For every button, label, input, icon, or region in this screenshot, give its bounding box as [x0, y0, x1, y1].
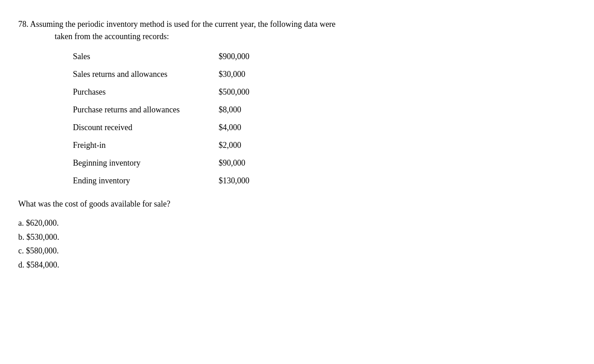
data-row-label: Sales [73, 52, 219, 61]
data-row-value: $8,000 [219, 105, 264, 115]
question-container: 78. Assuming the periodic inventory meth… [18, 14, 565, 272]
question-header: 78. Assuming the periodic inventory meth… [18, 18, 565, 43]
data-row-value: $30,000 [219, 70, 264, 79]
question-number: 78. [18, 20, 29, 29]
data-row-value: $4,000 [219, 123, 264, 132]
header-line2: taken from the accounting records: [55, 32, 169, 41]
data-row-label: Ending inventory [73, 176, 219, 186]
data-row: Sales$900,000 [73, 52, 565, 61]
data-row: Beginning inventory$90,000 [73, 158, 565, 168]
data-row-label: Freight-in [73, 141, 219, 150]
data-row-value: $130,000 [219, 176, 264, 186]
data-row-label: Sales returns and allowances [73, 70, 219, 79]
data-row: Discount received$4,000 [73, 123, 565, 132]
header-line1: Assuming the periodic inventory method i… [30, 20, 336, 29]
data-row: Freight-in$2,000 [73, 141, 565, 150]
answer-choice: a. $620,000. [18, 216, 565, 230]
data-row: Purchases$500,000 [73, 87, 565, 97]
answer-choice: c. $580,000. [18, 244, 565, 258]
data-row: Sales returns and allowances$30,000 [73, 70, 565, 79]
data-row-label: Beginning inventory [73, 158, 219, 168]
answer-choice: b. $530,000. [18, 230, 565, 244]
data-row-value: $500,000 [219, 87, 264, 97]
data-table: Sales$900,000Sales returns and allowance… [73, 52, 565, 186]
data-row-label: Purchase returns and allowances [73, 105, 219, 115]
question-text: What was the cost of goods available for… [18, 199, 565, 209]
data-row-label: Purchases [73, 87, 219, 97]
data-row-label: Discount received [73, 123, 219, 132]
data-row-value: $90,000 [219, 158, 264, 168]
data-row-value: $900,000 [219, 52, 264, 61]
answer-choice: d. $584,000. [18, 258, 565, 272]
data-row-value: $2,000 [219, 141, 264, 150]
answer-choices: a. $620,000.b. $530,000.c. $580,000.d. $… [18, 216, 565, 272]
data-row: Ending inventory$130,000 [73, 176, 565, 186]
data-row: Purchase returns and allowances$8,000 [73, 105, 565, 115]
